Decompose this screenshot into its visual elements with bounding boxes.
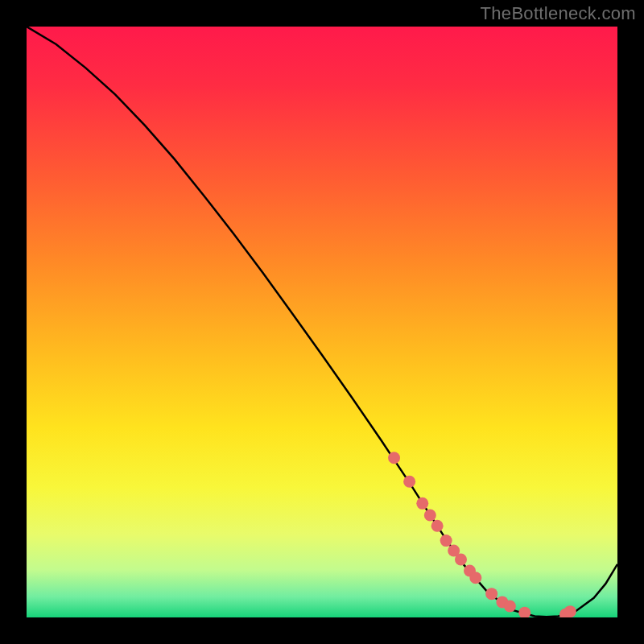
curve-marker xyxy=(424,510,436,522)
curve-marker xyxy=(416,497,428,510)
curve-marker xyxy=(564,605,576,617)
curve-marker xyxy=(504,601,516,613)
curve-marker xyxy=(403,476,415,488)
curve-marker xyxy=(440,535,452,547)
chart-stage: TheBottleneck.com xyxy=(0,0,644,644)
plot-background xyxy=(27,27,617,617)
curve-marker xyxy=(388,452,400,464)
bottleneck-chart xyxy=(0,0,644,644)
curve-marker xyxy=(431,520,444,532)
curve-marker xyxy=(469,572,481,584)
curve-marker xyxy=(455,554,467,566)
curve-marker xyxy=(518,607,530,619)
watermark-text: TheBottleneck.com xyxy=(481,3,636,24)
curve-marker xyxy=(485,588,497,600)
